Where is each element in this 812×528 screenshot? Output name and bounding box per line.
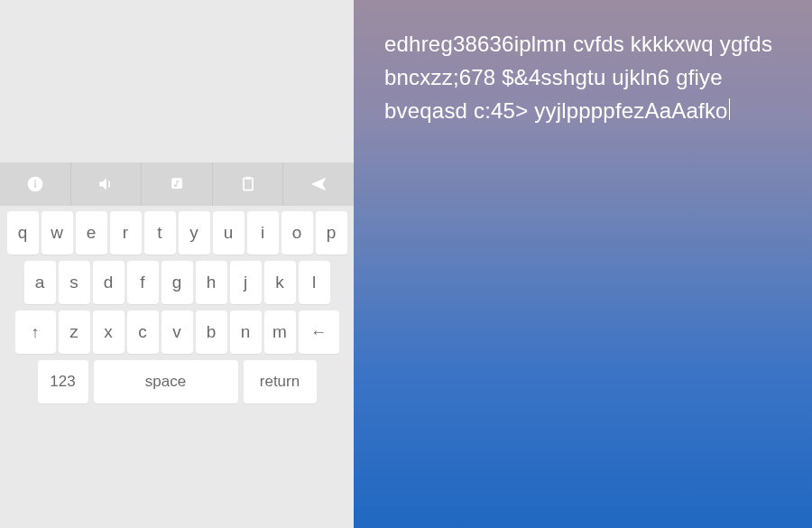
- key-r[interactable]: r: [110, 211, 142, 255]
- keyboard-row-2: a s d f g h j k l: [4, 261, 350, 304]
- key-return[interactable]: return: [244, 360, 317, 403]
- volume-icon: [97, 175, 115, 193]
- key-g[interactable]: g: [161, 261, 193, 304]
- svg-point-2: [34, 180, 36, 181]
- key-e[interactable]: e: [76, 211, 107, 255]
- music-button[interactable]: [142, 162, 213, 206]
- key-y[interactable]: y: [179, 211, 210, 255]
- typed-text: edhreg38636iplmn cvfds kkkkxwq ygfds bnc…: [384, 32, 772, 123]
- key-j[interactable]: j: [230, 261, 262, 304]
- volume-button[interactable]: [71, 162, 143, 206]
- toolbar: [0, 162, 354, 206]
- music-note-icon: [168, 175, 186, 193]
- key-w[interactable]: w: [42, 211, 73, 255]
- keyboard: q w e r t y u i o p a s d f g h j k l ↑ …: [0, 206, 354, 419]
- key-m[interactable]: m: [264, 310, 296, 354]
- key-d[interactable]: d: [93, 261, 125, 304]
- key-p[interactable]: p: [316, 211, 347, 255]
- key-k[interactable]: k: [264, 261, 296, 304]
- key-i[interactable]: i: [247, 211, 279, 255]
- key-x[interactable]: x: [93, 310, 125, 354]
- key-l[interactable]: l: [299, 261, 330, 304]
- svg-rect-7: [245, 177, 250, 180]
- send-icon: [309, 174, 328, 194]
- key-o[interactable]: o: [281, 211, 313, 255]
- key-space[interactable]: space: [94, 360, 238, 403]
- key-h[interactable]: h: [196, 261, 227, 304]
- key-b[interactable]: b: [196, 310, 227, 354]
- key-a[interactable]: a: [24, 261, 56, 304]
- preview-area: [0, 0, 354, 162]
- key-s[interactable]: s: [59, 261, 90, 304]
- key-n[interactable]: n: [230, 310, 262, 354]
- keyboard-row-3: ↑ z x c v b n m ←: [4, 310, 350, 354]
- keyboard-row-1: q w e r t y u i o p: [4, 211, 350, 255]
- keyboard-panel: q w e r t y u i o p a s d f g h j k l ↑ …: [0, 0, 354, 528]
- info-button[interactable]: [0, 162, 71, 206]
- clipboard-icon: [239, 175, 257, 193]
- info-icon: [26, 175, 44, 193]
- key-q[interactable]: q: [7, 211, 39, 255]
- key-v[interactable]: v: [161, 310, 193, 354]
- clipboard-button[interactable]: [213, 162, 284, 206]
- svg-rect-1: [34, 182, 36, 188]
- output-text: edhreg38636iplmn cvfds kkkkxwq ygfds bnc…: [384, 27, 781, 128]
- text-cursor: [729, 98, 731, 120]
- key-z[interactable]: z: [59, 310, 90, 354]
- key-f[interactable]: f: [127, 261, 159, 304]
- output-panel: edhreg38636iplmn cvfds kkkkxwq ygfds bnc…: [354, 0, 812, 528]
- key-numbers[interactable]: 123: [38, 360, 88, 403]
- key-c[interactable]: c: [127, 310, 159, 354]
- key-t[interactable]: t: [144, 211, 176, 255]
- key-u[interactable]: u: [213, 211, 245, 255]
- send-button[interactable]: [283, 162, 354, 206]
- key-shift[interactable]: ↑: [15, 310, 56, 354]
- keyboard-row-4: 123 space return: [4, 360, 350, 403]
- key-backspace[interactable]: ←: [299, 310, 339, 354]
- svg-rect-6: [244, 178, 253, 190]
